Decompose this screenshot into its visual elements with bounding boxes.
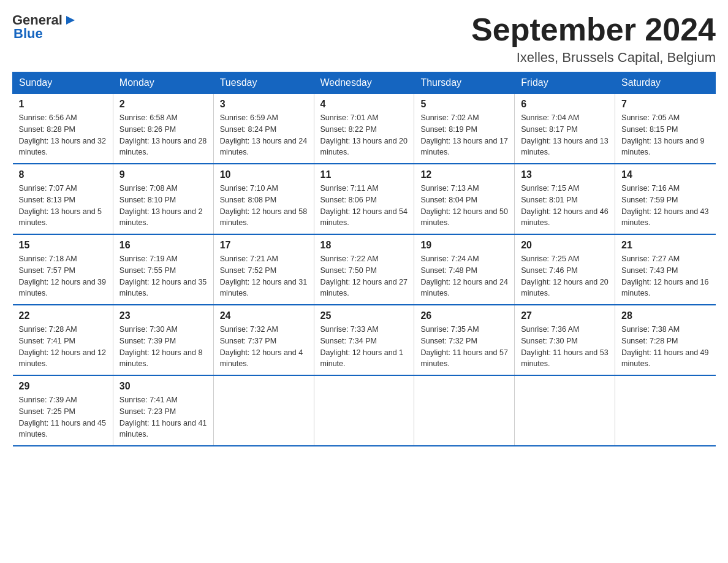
day-number: 21 <box>621 240 709 251</box>
day-number: 25 <box>320 310 408 321</box>
day-number: 18 <box>320 240 408 251</box>
table-row: 23 Sunrise: 7:30 AM Sunset: 7:39 PM Dayl… <box>113 305 213 375</box>
day-info: Sunrise: 7:38 AM Sunset: 7:28 PM Dayligh… <box>621 324 709 370</box>
day-number: 26 <box>420 310 508 321</box>
header-tuesday: Tuesday <box>213 72 314 94</box>
table-row: 11 Sunrise: 7:11 AM Sunset: 8:06 PM Dayl… <box>314 164 414 234</box>
day-info: Sunrise: 7:25 AM Sunset: 7:46 PM Dayligh… <box>521 253 609 299</box>
table-row <box>213 375 314 446</box>
day-number: 28 <box>621 310 709 321</box>
day-info: Sunrise: 7:07 AM Sunset: 8:13 PM Dayligh… <box>19 183 107 229</box>
day-info: Sunrise: 7:21 AM Sunset: 7:52 PM Dayligh… <box>220 253 308 299</box>
header-sunday: Sunday <box>13 72 113 94</box>
location-subtitle: Ixelles, Brussels Capital, Belgium <box>471 50 716 66</box>
table-row: 22 Sunrise: 7:28 AM Sunset: 7:41 PM Dayl… <box>13 305 113 375</box>
day-number: 2 <box>119 99 207 110</box>
day-info: Sunrise: 7:05 AM Sunset: 8:15 PM Dayligh… <box>621 112 709 158</box>
day-info: Sunrise: 7:39 AM Sunset: 7:25 PM Dayligh… <box>19 394 107 440</box>
logo-triangle-icon <box>64 13 77 27</box>
day-number: 4 <box>320 99 408 110</box>
table-row: 19 Sunrise: 7:24 AM Sunset: 7:48 PM Dayl… <box>414 234 515 305</box>
day-info: Sunrise: 7:41 AM Sunset: 7:23 PM Dayligh… <box>119 394 207 440</box>
day-number: 13 <box>521 169 609 180</box>
day-number: 17 <box>220 240 308 251</box>
table-row: 12 Sunrise: 7:13 AM Sunset: 8:04 PM Dayl… <box>414 164 515 234</box>
day-info: Sunrise: 7:36 AM Sunset: 7:30 PM Dayligh… <box>521 324 609 370</box>
table-row: 26 Sunrise: 7:35 AM Sunset: 7:32 PM Dayl… <box>414 305 515 375</box>
day-number: 12 <box>420 169 508 180</box>
table-row: 8 Sunrise: 7:07 AM Sunset: 8:13 PM Dayli… <box>13 164 113 234</box>
header-saturday: Saturday <box>615 72 716 94</box>
day-info: Sunrise: 7:18 AM Sunset: 7:57 PM Dayligh… <box>19 253 107 299</box>
day-number: 15 <box>19 240 107 251</box>
day-number: 10 <box>220 169 308 180</box>
day-number: 16 <box>119 240 207 251</box>
header-wednesday: Wednesday <box>314 72 414 94</box>
table-row: 30 Sunrise: 7:41 AM Sunset: 7:23 PM Dayl… <box>113 375 213 446</box>
svg-marker-0 <box>66 16 75 25</box>
table-row: 5 Sunrise: 7:02 AM Sunset: 8:19 PM Dayli… <box>414 94 515 164</box>
day-info: Sunrise: 7:02 AM Sunset: 8:19 PM Dayligh… <box>420 112 508 158</box>
calendar-header-row: Sunday Monday Tuesday Wednesday Thursday… <box>13 72 716 94</box>
table-row: 18 Sunrise: 7:22 AM Sunset: 7:50 PM Dayl… <box>314 234 414 305</box>
day-info: Sunrise: 7:19 AM Sunset: 7:55 PM Dayligh… <box>119 253 207 299</box>
day-number: 20 <box>521 240 609 251</box>
page-header: General Blue September 2024 Ixelles, Bru… <box>12 12 716 66</box>
table-row: 6 Sunrise: 7:04 AM Sunset: 8:17 PM Dayli… <box>515 94 615 164</box>
day-number: 22 <box>19 310 107 321</box>
calendar-week-row: 1 Sunrise: 6:56 AM Sunset: 8:28 PM Dayli… <box>13 94 716 164</box>
day-number: 29 <box>19 381 107 392</box>
day-number: 19 <box>420 240 508 251</box>
table-row: 15 Sunrise: 7:18 AM Sunset: 7:57 PM Dayl… <box>13 234 113 305</box>
table-row: 21 Sunrise: 7:27 AM Sunset: 7:43 PM Dayl… <box>615 234 716 305</box>
day-number: 9 <box>119 169 207 180</box>
table-row: 29 Sunrise: 7:39 AM Sunset: 7:25 PM Dayl… <box>13 375 113 446</box>
table-row: 17 Sunrise: 7:21 AM Sunset: 7:52 PM Dayl… <box>213 234 314 305</box>
day-info: Sunrise: 7:01 AM Sunset: 8:22 PM Dayligh… <box>320 112 408 158</box>
calendar-week-row: 15 Sunrise: 7:18 AM Sunset: 7:57 PM Dayl… <box>13 234 716 305</box>
table-row: 27 Sunrise: 7:36 AM Sunset: 7:30 PM Dayl… <box>515 305 615 375</box>
day-info: Sunrise: 7:33 AM Sunset: 7:34 PM Dayligh… <box>320 324 408 370</box>
table-row: 16 Sunrise: 7:19 AM Sunset: 7:55 PM Dayl… <box>113 234 213 305</box>
table-row: 28 Sunrise: 7:38 AM Sunset: 7:28 PM Dayl… <box>615 305 716 375</box>
day-info: Sunrise: 7:24 AM Sunset: 7:48 PM Dayligh… <box>420 253 508 299</box>
day-info: Sunrise: 7:27 AM Sunset: 7:43 PM Dayligh… <box>621 253 709 299</box>
table-row: 20 Sunrise: 7:25 AM Sunset: 7:46 PM Dayl… <box>515 234 615 305</box>
day-info: Sunrise: 7:15 AM Sunset: 8:01 PM Dayligh… <box>521 183 609 229</box>
day-info: Sunrise: 6:56 AM Sunset: 8:28 PM Dayligh… <box>19 112 107 158</box>
month-year-title: September 2024 <box>471 12 716 47</box>
day-info: Sunrise: 7:35 AM Sunset: 7:32 PM Dayligh… <box>420 324 508 370</box>
table-row <box>314 375 414 446</box>
table-row: 7 Sunrise: 7:05 AM Sunset: 8:15 PM Dayli… <box>615 94 716 164</box>
day-number: 24 <box>220 310 308 321</box>
day-info: Sunrise: 7:22 AM Sunset: 7:50 PM Dayligh… <box>320 253 408 299</box>
table-row: 4 Sunrise: 7:01 AM Sunset: 8:22 PM Dayli… <box>314 94 414 164</box>
calendar-week-row: 29 Sunrise: 7:39 AM Sunset: 7:25 PM Dayl… <box>13 375 716 446</box>
day-number: 5 <box>420 99 508 110</box>
day-number: 23 <box>119 310 207 321</box>
title-section: September 2024 Ixelles, Brussels Capital… <box>471 12 716 66</box>
day-number: 7 <box>621 99 709 110</box>
logo: General Blue <box>12 12 77 42</box>
day-info: Sunrise: 7:10 AM Sunset: 8:08 PM Dayligh… <box>220 183 308 229</box>
table-row: 25 Sunrise: 7:33 AM Sunset: 7:34 PM Dayl… <box>314 305 414 375</box>
day-info: Sunrise: 7:04 AM Sunset: 8:17 PM Dayligh… <box>521 112 609 158</box>
table-row: 13 Sunrise: 7:15 AM Sunset: 8:01 PM Dayl… <box>515 164 615 234</box>
table-row: 14 Sunrise: 7:16 AM Sunset: 7:59 PM Dayl… <box>615 164 716 234</box>
day-info: Sunrise: 7:16 AM Sunset: 7:59 PM Dayligh… <box>621 183 709 229</box>
table-row: 24 Sunrise: 7:32 AM Sunset: 7:37 PM Dayl… <box>213 305 314 375</box>
header-friday: Friday <box>515 72 615 94</box>
day-info: Sunrise: 7:32 AM Sunset: 7:37 PM Dayligh… <box>220 324 308 370</box>
table-row <box>515 375 615 446</box>
table-row <box>615 375 716 446</box>
day-info: Sunrise: 7:30 AM Sunset: 7:39 PM Dayligh… <box>119 324 207 370</box>
day-number: 8 <box>19 169 107 180</box>
day-number: 3 <box>220 99 308 110</box>
logo-blue-text: Blue <box>13 26 43 42</box>
day-number: 6 <box>521 99 609 110</box>
header-thursday: Thursday <box>414 72 515 94</box>
calendar-week-row: 22 Sunrise: 7:28 AM Sunset: 7:41 PM Dayl… <box>13 305 716 375</box>
day-info: Sunrise: 6:59 AM Sunset: 8:24 PM Dayligh… <box>220 112 308 158</box>
day-number: 27 <box>521 310 609 321</box>
table-row: 1 Sunrise: 6:56 AM Sunset: 8:28 PM Dayli… <box>13 94 113 164</box>
